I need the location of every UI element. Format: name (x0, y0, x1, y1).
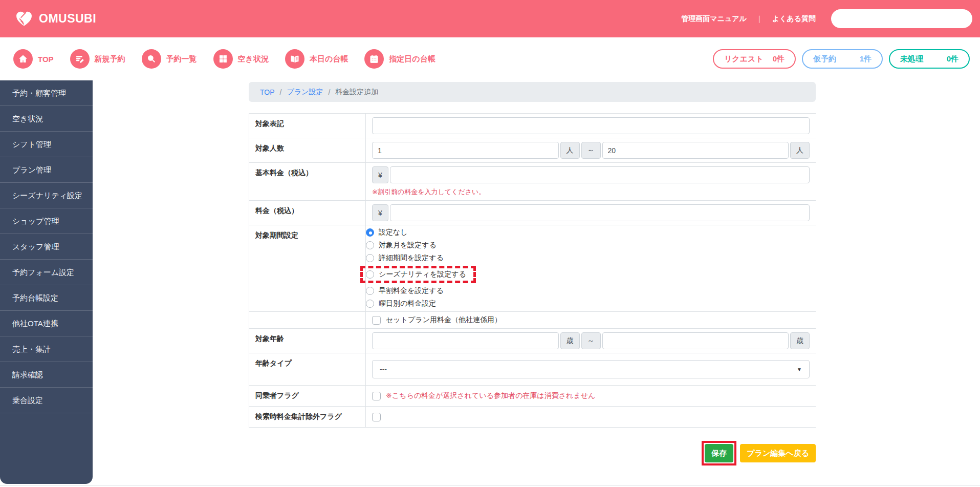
chevron-down-icon: ▼ (797, 367, 802, 372)
book-icon (285, 49, 304, 69)
nav-item-new-reservation[interactable]: 新規予約 (70, 49, 125, 69)
sidebar: 予約・顧客管理 空き状況 シフト管理 プラン管理 シーズナリティ設定 ショップ管… (0, 80, 93, 484)
page-bottom-divider (0, 485, 980, 485)
sidebar-item-sales[interactable]: 売上・集計 (0, 336, 93, 362)
base-price-input[interactable] (390, 166, 810, 183)
nav-item-availability[interactable]: 空き状況 (213, 49, 269, 69)
nav-item-dated-ledger[interactable]: 指定日の台帳 (364, 49, 435, 69)
tilde-addon: ～ (581, 142, 601, 159)
yen-addon: ¥ (372, 166, 388, 183)
radio-icon[interactable] (366, 300, 374, 308)
sidebar-item-ledger-settings[interactable]: 予約台帳設定 (0, 285, 93, 311)
radio-weekday-price[interactable]: 曜日別の料金設定 (366, 299, 816, 308)
radio-icon[interactable] (366, 270, 374, 279)
app-header: OMUSUBI 管理画面マニュアル ｜ よくある質問 (0, 0, 980, 37)
price-setting-form: 対象表記 対象人数 人 ～ 人 基本料金（税込） (249, 113, 816, 428)
row-price: 料金（税込） ¥ (249, 201, 816, 225)
calendar-icon (364, 49, 384, 69)
row-base-price: 基本料金（税込） ¥ ※割引前の料金を入力してください。 (249, 163, 816, 201)
search-exclude-checkbox[interactable] (372, 413, 381, 421)
radio-icon[interactable] (366, 254, 374, 262)
row-age-type: 年齢タイプ --- ▼ (249, 353, 816, 386)
age-max-input[interactable] (602, 332, 789, 349)
radio-no-setting[interactable]: 設定なし (366, 228, 816, 237)
sidebar-item-reservation-form[interactable]: 予約フォーム設定 (0, 260, 93, 285)
breadcrumb-plan-settings[interactable]: プラン設定 (287, 88, 323, 97)
grid-icon (213, 49, 233, 69)
breadcrumb-current: 料金設定追加 (335, 88, 378, 97)
row-period-setting: 対象期間設定 設定なし 対象月を設定する 詳細期間を設定する (249, 225, 816, 312)
radio-target-month[interactable]: 対象月を設定する (366, 241, 816, 250)
age-type-select[interactable]: --- ▼ (372, 360, 810, 378)
radio-early-discount[interactable]: 早割料金を設定する (366, 286, 816, 295)
breadcrumb: TOP / プラン設定 / 料金設定追加 (249, 82, 816, 102)
age-unit-addon: 歳 (560, 332, 580, 349)
annotation-dashed-box: シーズナリティを設定する (360, 266, 476, 283)
save-button[interactable]: 保存 (705, 444, 733, 462)
target-notation-input[interactable] (372, 117, 810, 134)
row-target-age: 対象年齢 歳 ～ 歳 (249, 329, 816, 353)
sidebar-item-ota[interactable]: 他社OTA連携 (0, 311, 93, 336)
logo-text: OMUSUBI (39, 12, 96, 26)
passenger-flag-checkbox[interactable] (372, 392, 381, 400)
home-icon (13, 49, 33, 69)
sidebar-item-plan[interactable]: プラン管理 (0, 157, 93, 183)
annotation-solid-box: 保存 (702, 441, 736, 465)
shop-name-pill[interactable] (831, 9, 972, 28)
new-reservation-icon (70, 49, 90, 69)
radio-icon[interactable] (366, 228, 374, 237)
request-count-badge[interactable]: リクエスト0件 (713, 49, 796, 69)
nav-item-top[interactable]: TOP (13, 49, 54, 69)
price-input[interactable] (390, 204, 810, 221)
manual-link[interactable]: 管理画面マニュアル (681, 14, 747, 24)
search-icon (142, 49, 161, 69)
logo-heart-handshake-icon (13, 8, 35, 30)
people-max-input[interactable] (602, 142, 789, 159)
row-target-notation: 対象表記 (249, 114, 816, 138)
radio-seasonality[interactable]: シーズナリティを設定する (366, 270, 466, 279)
radio-icon[interactable] (366, 241, 374, 249)
header-divider: ｜ (756, 14, 763, 24)
nav-item-reservation-list[interactable]: 予約一覧 (142, 49, 197, 69)
radio-icon[interactable] (366, 287, 374, 295)
radio-detail-period[interactable]: 詳細期間を設定する (366, 253, 816, 263)
sidebar-item-staff[interactable]: スタッフ管理 (0, 234, 93, 260)
passenger-flag-note: ※こちらの料金が選択されている参加者の在庫は消費されません (386, 391, 595, 400)
row-search-exclude-flag: 検索時料金集計除外フラグ (249, 407, 816, 428)
age-min-input[interactable] (372, 332, 559, 349)
yen-addon: ¥ (372, 204, 388, 221)
sidebar-item-reservation-customer[interactable]: 予約・顧客管理 (0, 80, 93, 106)
sidebar-item-seasonality[interactable]: シーズナリティ設定 (0, 183, 93, 208)
back-to-plan-edit-button[interactable]: プラン編集へ戻る (740, 444, 816, 462)
nav-item-today-ledger[interactable]: 本日の台帳 (285, 49, 348, 69)
unprocessed-count-badge[interactable]: 未処理0件 (889, 49, 970, 69)
sidebar-item-availability[interactable]: 空き状況 (0, 106, 93, 132)
set-plan-checkbox[interactable] (372, 316, 381, 325)
sidebar-item-billing[interactable]: 請求確認 (0, 362, 93, 388)
age-unit-addon: 歳 (790, 332, 810, 349)
logo[interactable]: OMUSUBI (13, 8, 96, 30)
faq-link[interactable]: よくある質問 (772, 14, 816, 24)
people-unit-addon: 人 (790, 142, 810, 159)
people-min-input[interactable] (372, 142, 559, 159)
icon-navbar: TOP 新規予約 予約一覧 空き状況 本日の台帳 指定日の台帳 リクエスト0件 … (0, 37, 980, 80)
tentative-count-badge[interactable]: 仮予約1件 (802, 49, 883, 69)
base-price-note: ※割引前の料金を入力してください。 (372, 187, 810, 197)
tilde-addon: ～ (581, 332, 601, 349)
people-unit-addon: 人 (560, 142, 580, 159)
row-passenger-flag: 同乗者フラグ ※こちらの料金が選択されている参加者の在庫は消費されません (249, 386, 816, 407)
breadcrumb-top[interactable]: TOP (260, 88, 275, 96)
row-set-plan: セットプラン用料金（他社連係用） (249, 312, 816, 329)
sidebar-item-shift[interactable]: シフト管理 (0, 132, 93, 157)
sidebar-item-share-ride[interactable]: 乗合設定 (0, 388, 93, 413)
row-target-people: 対象人数 人 ～ 人 (249, 138, 816, 163)
sidebar-item-shop[interactable]: ショップ管理 (0, 208, 93, 234)
